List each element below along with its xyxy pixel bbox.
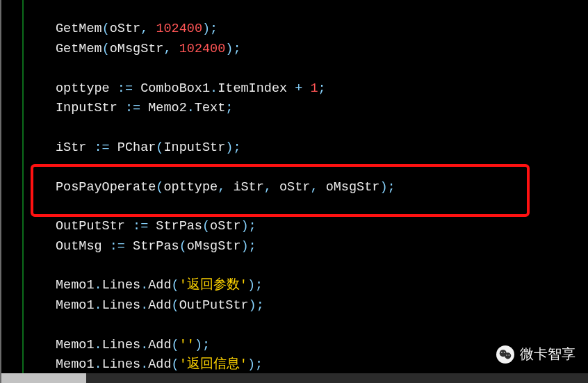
token-punc: ) xyxy=(249,298,256,313)
token-punc: , xyxy=(163,42,179,56)
token-str: '返回信息' xyxy=(179,357,247,372)
token-id: ComboBox1 xyxy=(140,81,210,96)
code-line[interactable]: OutMsg := StrPas(oMsgStr); xyxy=(36,237,395,256)
token-punc: ) xyxy=(241,219,249,234)
token-id: PChar xyxy=(117,140,156,155)
token-punc: ) xyxy=(195,338,202,352)
token-punc: := xyxy=(110,239,133,254)
code-line[interactable] xyxy=(36,0,395,19)
token-punc: , xyxy=(310,180,325,195)
token-id: OutMsg xyxy=(56,239,110,254)
gutter-fold-line xyxy=(22,0,24,375)
code-line[interactable]: GetMem(oStr, 102400); xyxy=(36,19,395,39)
token-id: Lines xyxy=(102,298,141,313)
code-line[interactable] xyxy=(36,59,395,79)
token-id: InputStr xyxy=(56,101,125,115)
token-id: opttype xyxy=(56,81,117,96)
code-line[interactable]: GetMem(oMsgStr, 102400); xyxy=(36,40,395,59)
token-id: Lines xyxy=(102,338,141,352)
token-id: Memo1 xyxy=(56,338,95,352)
token-punc: ) xyxy=(240,239,248,254)
token-punc: ; xyxy=(233,140,240,155)
token-punc: ; xyxy=(225,101,233,115)
gutter xyxy=(1,0,24,375)
svg-point-5 xyxy=(509,355,509,355)
token-id: StrPas xyxy=(156,219,202,234)
token-id: ItemIndex xyxy=(218,81,295,96)
code-line[interactable] xyxy=(36,316,395,335)
code-line[interactable]: iStr := PChar(InputStr); xyxy=(36,138,395,158)
token-num: 102400 xyxy=(179,42,226,56)
token-punc: ( xyxy=(156,140,163,155)
token-id: oStr xyxy=(110,22,140,36)
code-line[interactable]: PosPayOperate(opttype, iStr, oStr, oMsgS… xyxy=(36,178,395,197)
token-id: iStr xyxy=(233,180,263,195)
token-punc: . xyxy=(187,101,195,115)
svg-point-3 xyxy=(504,352,505,353)
token-punc: . xyxy=(95,338,102,352)
svg-point-1 xyxy=(505,352,511,359)
token-punc: , xyxy=(264,180,279,195)
token-num: 1 xyxy=(310,81,318,96)
token-punc: ; xyxy=(249,239,256,254)
code-editor: GetMem(oStr, 102400);GetMem(oMsgStr, 102… xyxy=(0,0,588,383)
token-id: GetMem xyxy=(56,42,102,56)
token-punc: ; xyxy=(202,338,210,352)
token-id: GetMem xyxy=(56,22,102,36)
token-punc: . xyxy=(210,81,218,96)
token-id: Memo2 xyxy=(148,101,187,115)
code-line[interactable] xyxy=(36,158,395,177)
token-punc: , xyxy=(218,180,233,195)
token-punc: ; xyxy=(210,22,218,36)
token-punc: ( xyxy=(172,338,179,352)
svg-point-4 xyxy=(506,355,507,355)
token-punc: ; xyxy=(255,357,263,372)
token-id: oMsgStr xyxy=(110,42,164,56)
code-line[interactable]: opttype := ComboBox1.ItemIndex + 1; xyxy=(36,79,395,99)
token-id: oMsgStr xyxy=(326,180,380,195)
code-line[interactable]: Memo1.Lines.Add('返回信息'); xyxy=(36,355,395,375)
token-num: 102400 xyxy=(156,22,202,36)
token-id: Lines xyxy=(102,357,141,372)
token-punc: ; xyxy=(249,219,256,234)
token-punc: ( xyxy=(156,180,163,195)
token-punc: . xyxy=(95,357,102,372)
code-line[interactable]: Memo1.Lines.Add(OutPutStr); xyxy=(36,296,395,316)
token-punc: ; xyxy=(256,298,264,313)
token-id: Add xyxy=(148,357,171,372)
code-line[interactable]: Memo1.Lines.Add('返回参数'); xyxy=(36,276,395,295)
token-punc: ; xyxy=(318,81,326,96)
token-id: InputStr xyxy=(163,140,225,155)
token-punc: ( xyxy=(202,219,210,234)
code-line[interactable]: Memo1.Lines.Add(''); xyxy=(36,336,395,355)
token-punc: ) xyxy=(225,42,233,56)
token-id: Add xyxy=(148,278,171,293)
code-line[interactable] xyxy=(36,197,395,217)
token-punc: . xyxy=(140,338,148,352)
code-area[interactable]: GetMem(oStr, 102400);GetMem(oMsgStr, 102… xyxy=(36,0,395,375)
token-id: StrPas xyxy=(133,239,179,254)
token-punc: := xyxy=(125,101,148,115)
token-id: Memo1 xyxy=(56,278,95,293)
horizontal-scrollbar[interactable] xyxy=(1,373,588,383)
token-punc: ( xyxy=(172,298,179,313)
token-punc: ) xyxy=(247,357,255,372)
code-line[interactable] xyxy=(36,118,395,138)
token-punc: ) xyxy=(225,140,233,155)
code-line[interactable] xyxy=(36,256,395,276)
wechat-icon xyxy=(496,345,514,364)
token-punc: . xyxy=(140,357,148,372)
token-id: PosPayOperate xyxy=(56,180,156,195)
code-line[interactable]: InputStr := Memo2.Text; xyxy=(36,99,395,118)
token-id: oStr xyxy=(210,219,240,234)
token-punc: ) xyxy=(247,278,255,293)
token-punc: ( xyxy=(172,357,179,372)
token-punc: . xyxy=(140,298,148,313)
watermark: 微卡智享 xyxy=(496,345,575,364)
code-line[interactable]: OutPutStr := StrPas(oStr); xyxy=(36,217,395,236)
token-punc: ) xyxy=(202,22,210,36)
token-id: opttype xyxy=(163,180,218,195)
horizontal-scrollbar-thumb[interactable] xyxy=(1,373,86,383)
token-str: '返回参数' xyxy=(179,278,247,293)
token-id: oStr xyxy=(279,180,310,195)
